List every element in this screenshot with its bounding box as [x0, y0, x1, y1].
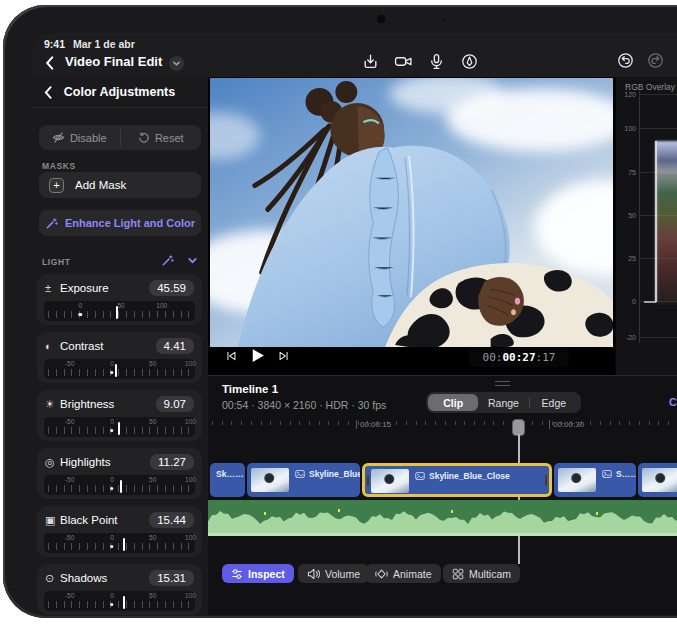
brightness-slider[interactable]: -50 0 50 100: [44, 417, 195, 437]
reset-label: Reset: [155, 132, 184, 144]
light-section-row: LIGHT: [31, 253, 208, 269]
enhance-label: Enhance Light and Color: [65, 217, 195, 229]
app-screen: 9:41 Mar 1 de abr Video Final Edit: [31, 33, 677, 615]
add-mask-button[interactable]: + Add Mask: [39, 172, 201, 198]
animate-diamond-icon: [375, 568, 388, 580]
scope-tick: 75: [618, 169, 636, 176]
brightness-icon: ☀: [45, 398, 60, 411]
camera-icon[interactable]: [394, 52, 413, 71]
microphone-icon[interactable]: [427, 52, 446, 71]
light-section-label: LIGHT: [42, 257, 71, 267]
playhead-line: [518, 434, 520, 564]
enhance-light-color-button[interactable]: Enhance Light and Color: [39, 210, 201, 236]
pencil-annotate-icon[interactable]: [460, 52, 479, 71]
scope-zero-line: [644, 301, 656, 303]
inspect-button[interactable]: Inspect: [222, 564, 294, 583]
contrast-icon: ◐: [45, 340, 60, 352]
skip-forward-icon[interactable]: [277, 349, 291, 363]
reset-button[interactable]: Reset: [121, 125, 202, 150]
add-mask-label: Add Mask: [75, 179, 126, 191]
slider-label: Exposure: [60, 282, 109, 294]
clip-skyline-blue-close-selected[interactable]: Skyline_Blue_Close: [362, 463, 552, 497]
ruler-ticks: [212, 421, 677, 425]
slider-contrast: ◐ Contrast 4.41 -50 0 50 100: [37, 332, 202, 383]
status-date: Mar 1 de abr: [73, 38, 135, 50]
volume-button[interactable]: Volume: [298, 564, 369, 583]
slider-value[interactable]: 9.07: [156, 396, 194, 412]
clip-skyline-partial[interactable]: Sk……: [210, 463, 245, 497]
multicam-button[interactable]: Multicam: [443, 564, 520, 583]
disable-button[interactable]: Disable: [39, 125, 120, 150]
slider-value[interactable]: 15.31: [149, 570, 194, 586]
toolbar-icons: [361, 52, 479, 71]
project-title[interactable]: Video Final Edit: [65, 54, 162, 69]
mode-clip[interactable]: Clip: [428, 394, 478, 411]
clip-thumbnail: [558, 468, 596, 492]
title-chevron-down-icon[interactable]: [169, 56, 184, 71]
audio-baseline: [208, 533, 677, 536]
timecode-hours: 00:: [483, 351, 503, 364]
play-icon[interactable]: [249, 347, 266, 364]
front-camera: [377, 15, 385, 23]
mode-edge[interactable]: Edge: [529, 394, 579, 411]
clip-thumbnail: [371, 469, 409, 493]
timeline-section: Timeline 1 00:54 · 3840 × 2160 · HDR · 3…: [208, 375, 677, 615]
animate-button[interactable]: Animate: [366, 564, 441, 583]
plus-icon: +: [49, 178, 64, 193]
highlights-slider[interactable]: -50 0 50 100: [44, 475, 195, 495]
scope-waveform-edge: [655, 141, 657, 302]
scope-tick: 120: [618, 91, 636, 98]
slider-shadows: ⊙ Shadows 15.31 -50 0 50 100: [37, 564, 202, 615]
rgb-overlay-scope: RGB Overlay 120 100 75 50 25 0 -20: [615, 77, 677, 375]
timecode-display[interactable]: 00:00:27:17: [469, 348, 569, 367]
timeline-ruler[interactable]: 00:00:15 00:00:30: [208, 418, 677, 436]
clip-thumbnail: [251, 468, 289, 492]
clip-track: Sk…… Skyline_Blue_Wide: [208, 463, 677, 497]
scope-tick: 0: [618, 298, 636, 305]
masks-section-label: MASKS: [42, 161, 76, 171]
ipad-device-frame: 9:41 Mar 1 de abr Video Final Edit: [3, 5, 677, 618]
clip-cut-off[interactable]: [638, 463, 677, 497]
undo-icon[interactable]: [617, 52, 634, 69]
multicam-grid-icon: [452, 568, 464, 580]
slider-value[interactable]: 15.44: [149, 512, 194, 528]
panel-title: Color Adjustments: [31, 85, 208, 99]
slider-value[interactable]: 45.59: [149, 280, 194, 296]
slider-label: Contrast: [60, 340, 103, 352]
mode-range[interactable]: Range: [478, 394, 528, 411]
timeline-toolbar: Inspect Volume Animate: [208, 564, 677, 588]
status-bar: 9:41 Mar 1 de abr: [44, 38, 135, 50]
shadows-slider[interactable]: -50 0 50 100: [44, 591, 195, 611]
black-point-slider[interactable]: -50 0 50 100: [44, 533, 195, 553]
transport-bar: 00:00:27:17: [208, 347, 615, 371]
contrast-slider[interactable]: -50 0 50 100: [44, 359, 195, 379]
video-viewer[interactable]: 00:00:27:17: [208, 77, 615, 375]
disable-label: Disable: [70, 132, 107, 144]
audio-track[interactable]: [208, 500, 677, 536]
slider-label: Brightness: [60, 398, 114, 410]
slider-brightness: ☀ Brightness 9.07 -50 0 50 100: [37, 390, 202, 441]
shadows-icon: ⊙: [45, 572, 60, 585]
scope-tick: 25: [618, 255, 636, 262]
timeline-title[interactable]: Timeline 1: [222, 383, 278, 395]
cut-off-button-fragment[interactable]: C: [669, 396, 677, 408]
skip-back-icon[interactable]: [224, 349, 238, 363]
clip-skyline-blue-wide[interactable]: Skyline_Blue_Wide: [247, 463, 360, 497]
scope-tick: 100: [618, 125, 636, 132]
slider-value[interactable]: 4.41: [156, 338, 194, 354]
black-point-icon: ▣: [45, 514, 60, 527]
inspect-sliders-icon: [231, 568, 243, 580]
timecode-frames: :17: [536, 351, 556, 364]
undo-redo-group: [617, 52, 664, 69]
exposure-slider[interactable]: 0 50 100: [44, 301, 195, 321]
slider-value[interactable]: 11.27: [150, 454, 194, 470]
top-bar: 9:41 Mar 1 de abr Video Final Edit: [31, 33, 677, 77]
light-collapse-chevron-icon[interactable]: [187, 255, 198, 266]
import-icon[interactable]: [361, 52, 380, 71]
scope-tick: 50: [618, 212, 636, 219]
clip-skyline-partial-2[interactable]: S……: [554, 463, 636, 497]
image-icon: [415, 472, 425, 480]
back-chevron-icon[interactable]: [41, 54, 59, 72]
drag-handle[interactable]: [495, 381, 510, 386]
light-magic-wand-icon[interactable]: [161, 254, 174, 267]
